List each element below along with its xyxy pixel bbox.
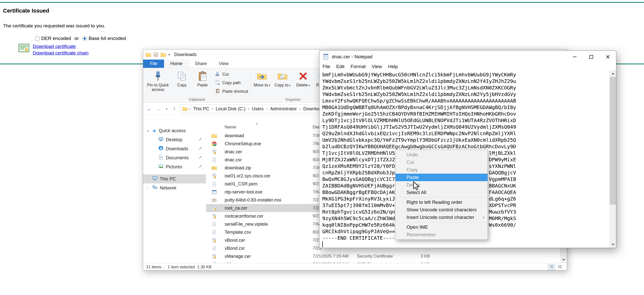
breadcrumb-local-disk-c[interactable]: Local Disk (C:) (215, 106, 246, 112)
copy-path-button[interactable]: Copy path (215, 80, 248, 86)
file-date-modified: 7/21/2025 7:20 AM (313, 254, 357, 259)
breadcrumb-users[interactable]: Users (251, 106, 264, 112)
menu-item-insert-unicode-control-character[interactable]: Insert Unicode control character› (395, 214, 488, 221)
details-view-button[interactable] (548, 264, 555, 270)
menu-edit[interactable]: Edit (333, 64, 348, 69)
paste-button[interactable]: Paste (192, 69, 213, 96)
notepad-minimize-button[interactable] (566, 51, 583, 63)
menu-format[interactable]: Format (347, 64, 369, 69)
download-certificate-chain-link[interactable]: Download certificate chain (33, 50, 89, 56)
sidebar-item-downloads[interactable]: Downloads (143, 144, 206, 153)
notepad-scrollbar[interactable] (610, 70, 616, 248)
notepad-text-line: ZeKDfgjmmeWorjGo25t5hzCB4QYDVR0fBIHZMIHW… (322, 111, 609, 117)
copy-to-label: Copy to (274, 83, 288, 87)
menu-separator (396, 222, 487, 222)
file-icon (212, 246, 225, 251)
file-row-vmanage-csr[interactable]: vManage.csr7/21/2025 7:17 AMCSR File2 KB (206, 260, 567, 263)
paste-icon (197, 71, 208, 82)
pin-to-quick-access-button[interactable]: Pin to Quick access (145, 69, 171, 96)
maximize-icon (589, 55, 593, 59)
copy-to-button[interactable]: Copy to▾ (272, 69, 293, 96)
pin-icon (152, 71, 164, 82)
tab-view[interactable]: View (213, 60, 235, 68)
notepad-text-line: YWdvbmZseS1rb25nLWZyb250ZW5kLm1hZ2xldi1p… (322, 78, 609, 84)
delete-button[interactable]: Delete▾ (293, 69, 313, 96)
notepad-context-menu: UndoCutCopyPasteDeleteSelect AllRight to… (395, 150, 488, 240)
tab-file[interactable]: File (143, 60, 164, 68)
der-radio[interactable] (35, 36, 40, 41)
up-button[interactable]: ↑ (170, 105, 178, 113)
scrollbar-down-icon[interactable] (610, 241, 616, 248)
pin-icon (198, 137, 202, 142)
notepad-titlebar[interactable]: dnac.cer - Notepad × (319, 51, 616, 63)
file-row-vmanage-cer[interactable]: vManage.cer7/21/2025 7:20 AMSecurity Cer… (206, 252, 567, 260)
forward-button[interactable]: → (155, 105, 163, 113)
notepad-close-button[interactable]: × (599, 51, 616, 63)
menu-item-right-to-left-reading-order[interactable]: Right to left Reading order (395, 199, 488, 206)
details-view-icon (549, 264, 554, 270)
menu-item-show-unicode-control-characters[interactable]: Show Unicode control characters (395, 206, 488, 214)
mouse-cursor (413, 181, 420, 190)
copy-path-label: Copy path (222, 81, 241, 85)
sidebar-item-desktop[interactable]: Desktop (143, 135, 206, 144)
menu-view[interactable]: View (369, 64, 385, 69)
file-icon (212, 181, 225, 187)
notepad-text-line: Zmx5LWtvbmctZnJvbnRlbmQubWFnbGV2LWluZ3Jl… (322, 84, 609, 91)
file-icon (212, 262, 225, 263)
notepad-text-line: Q29uZmlndXJhdGlvbixEQz1vcjIsREM9c3lzLERD… (322, 130, 609, 137)
copy-label: Copy (177, 83, 186, 87)
tab-home[interactable]: Home (164, 60, 189, 68)
sidebar-item-quick-access[interactable]: ∨★Quick access (143, 126, 206, 135)
recent-locations-dropdown-icon[interactable]: ▾ (164, 105, 169, 113)
paste-shortcut-button[interactable]: Paste shortcut (215, 88, 248, 94)
paste-label: Paste (197, 83, 208, 87)
move-to-button[interactable]: Move to▾ (252, 69, 272, 96)
file-name: dnac.cer (225, 149, 313, 155)
thumbnails-view-button[interactable] (556, 264, 564, 270)
qat-customize-dropdown-icon[interactable]: ▾ (168, 53, 170, 57)
sidebar-item-this-pc[interactable]: ›This PC (143, 174, 206, 183)
menu-item-paste[interactable]: Paste (395, 174, 488, 181)
cert-icon (212, 238, 225, 243)
file-type: CSR File (357, 262, 421, 263)
menu-help[interactable]: Help (385, 64, 401, 69)
qat-properties-icon[interactable] (153, 52, 158, 57)
notepad-maximize-button[interactable] (583, 51, 599, 63)
download-certificate-link[interactable]: Download certificate (33, 44, 89, 49)
selection-size: 1.30 KB (197, 265, 212, 269)
der-encoded-option[interactable]: DER encoded (35, 36, 71, 41)
base64-encoded-option[interactable]: Base 64 encoded (82, 36, 126, 41)
thumbnails-view-icon (558, 264, 562, 270)
file-name: putty-64bit-0.83-installer.msi (225, 198, 313, 203)
chevron-down-icon[interactable]: ∨ (147, 129, 149, 133)
qat-new-folder-icon[interactable] (160, 53, 166, 57)
page-title: Certificate Issued (3, 8, 49, 14)
tab-share[interactable]: Share (189, 60, 213, 68)
cut-label: Cut (222, 72, 229, 77)
sidebar-item-label: Quick access (159, 128, 186, 133)
breadcrumb-this-pc[interactable]: This PC (192, 106, 210, 112)
copy-to-icon (277, 71, 288, 82)
cut-button[interactable]: Cut (215, 71, 248, 77)
sidebar-item-pictures[interactable]: Pictures (143, 162, 206, 171)
sidebar-item-network[interactable]: ›Network (143, 183, 206, 192)
copy-to-dropdown-icon[interactable]: ▾ (289, 84, 291, 87)
sidebar-item-documents[interactable]: Documents (143, 153, 206, 162)
breadcrumb-administrator[interactable]: Administrator (269, 106, 298, 112)
menu-item-open-ime[interactable]: Open IME (395, 223, 488, 231)
file-name: rootcacertforise.cer (225, 214, 313, 219)
menu-item-select-all[interactable]: Select All (395, 189, 488, 196)
menu-file[interactable]: File (319, 64, 333, 69)
delete-dropdown-icon[interactable]: ▾ (309, 84, 310, 87)
base64-radio[interactable] (82, 36, 87, 41)
column-header-name[interactable]: Name (225, 125, 313, 130)
scrollbar-up-icon[interactable] (610, 70, 616, 77)
scrollbar-down-icon[interactable] (560, 257, 567, 263)
file-name: ise01_CSR.pem (225, 181, 313, 187)
chevron-right-icon[interactable]: › (147, 186, 148, 190)
move-to-dropdown-icon[interactable]: ▾ (269, 84, 270, 87)
back-button[interactable]: ← (145, 105, 153, 113)
scrollbar-thumb[interactable] (610, 77, 616, 205)
copy-button[interactable]: Copy (172, 69, 192, 96)
chevron-right-icon[interactable]: › (147, 177, 148, 181)
